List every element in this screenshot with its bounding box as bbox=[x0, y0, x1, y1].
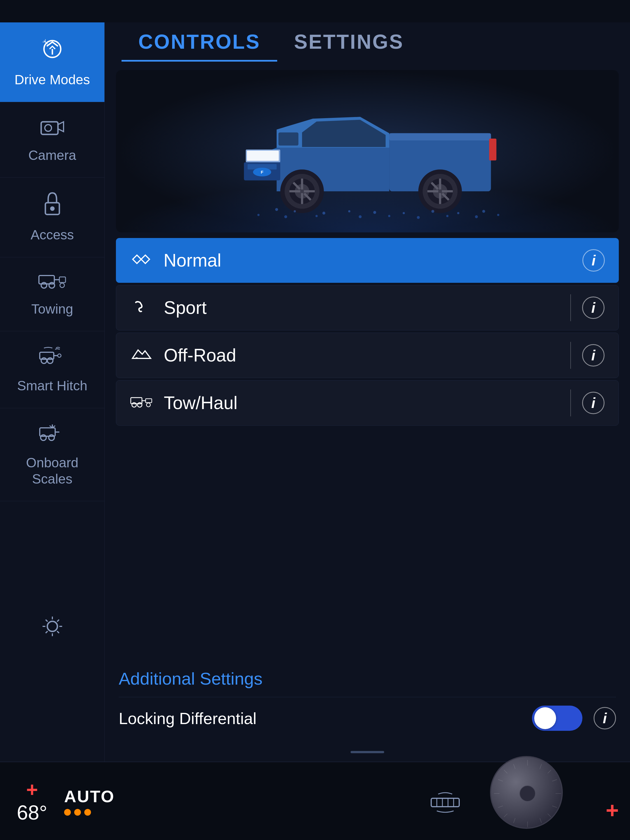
svg-point-9 bbox=[50, 206, 55, 211]
vent-icon[interactable] bbox=[428, 788, 462, 818]
mode-offroad[interactable]: Off-Road i bbox=[116, 333, 619, 378]
svg-line-100 bbox=[540, 818, 542, 823]
svg-point-71 bbox=[431, 210, 434, 213]
right-temp-plus[interactable]: + bbox=[606, 797, 619, 823]
locking-differential-label: Locking Differential bbox=[119, 709, 532, 728]
locking-differential-toggle[interactable] bbox=[532, 706, 583, 731]
svg-line-93 bbox=[504, 770, 507, 774]
svg-point-26 bbox=[47, 621, 57, 632]
sport-mode-label: Sport bbox=[164, 297, 582, 318]
onboard-scales-icon bbox=[38, 422, 66, 449]
svg-point-74 bbox=[257, 214, 260, 216]
fan-dot-2 bbox=[74, 809, 81, 816]
sidebar-item-onboard-scales[interactable]: OnboardScales bbox=[0, 408, 104, 501]
drive-modes-label: Drive Modes bbox=[14, 72, 90, 88]
fan-dot-3 bbox=[84, 809, 91, 816]
normal-mode-icon bbox=[130, 251, 152, 270]
offroad-mode-info-btn[interactable]: i bbox=[582, 344, 605, 366]
tabs-bar: CONTROLS SETTINGS bbox=[105, 22, 630, 62]
svg-marker-6 bbox=[58, 122, 63, 132]
svg-rect-44 bbox=[489, 139, 496, 160]
brightness-icon bbox=[41, 615, 63, 642]
svg-line-96 bbox=[504, 814, 507, 817]
svg-point-84 bbox=[132, 403, 136, 407]
sidebar-item-smart-hitch[interactable]: Smart Hitch bbox=[0, 331, 104, 408]
access-label: Access bbox=[30, 227, 74, 243]
svg-point-81 bbox=[475, 215, 478, 218]
sport-separator bbox=[570, 294, 571, 321]
tab-settings[interactable]: SETTINGS bbox=[277, 22, 420, 62]
towing-icon bbox=[38, 271, 66, 295]
svg-point-77 bbox=[359, 215, 362, 218]
tow-haul-mode-info-btn[interactable]: i bbox=[582, 392, 605, 414]
top-bar bbox=[0, 0, 630, 22]
svg-point-82 bbox=[497, 214, 499, 216]
control-knob[interactable] bbox=[490, 756, 574, 834]
normal-mode-info-btn[interactable]: i bbox=[583, 249, 605, 272]
sport-mode-info-btn[interactable]: i bbox=[582, 297, 605, 319]
temp-plus-icon[interactable]: + bbox=[26, 778, 38, 801]
towing-label: Towing bbox=[32, 301, 73, 317]
tow-haul-mode-label: Tow/Haul bbox=[164, 393, 582, 413]
svg-point-78 bbox=[388, 215, 390, 217]
svg-line-102 bbox=[552, 780, 557, 781]
svg-line-103 bbox=[540, 764, 542, 769]
svg-text:F: F bbox=[261, 169, 264, 174]
mode-sport[interactable]: Sport i bbox=[116, 285, 619, 330]
svg-point-68 bbox=[348, 210, 350, 212]
normal-mode-label: Normal bbox=[164, 250, 583, 271]
svg-line-101 bbox=[498, 806, 503, 807]
svg-line-98 bbox=[552, 806, 557, 807]
fan-dot-1 bbox=[64, 809, 71, 816]
mode-tow-haul[interactable]: Tow/Haul i bbox=[116, 380, 619, 426]
content-area: CONTROLS SETTINGS bbox=[105, 22, 630, 762]
sidebar-item-towing[interactable]: Towing bbox=[0, 257, 104, 332]
bottom-bar: + 68° AUTO bbox=[0, 762, 630, 840]
sidebar-item-camera[interactable]: Camera bbox=[0, 102, 104, 178]
sidebar-item-brightness[interactable] bbox=[0, 501, 104, 762]
svg-line-32 bbox=[57, 631, 59, 633]
tab-controls[interactable]: CONTROLS bbox=[122, 22, 277, 62]
svg-rect-41 bbox=[247, 150, 279, 160]
camera-icon bbox=[40, 116, 65, 142]
svg-point-85 bbox=[137, 403, 142, 407]
sport-mode-icon bbox=[130, 298, 153, 317]
svg-point-20 bbox=[58, 354, 61, 357]
svg-point-7 bbox=[45, 125, 52, 131]
additional-settings-title: Additional Settings bbox=[119, 669, 616, 688]
offroad-mode-icon bbox=[130, 346, 153, 365]
temp-value: 68° bbox=[17, 801, 47, 824]
mode-normal[interactable]: Normal i bbox=[116, 238, 619, 283]
svg-point-66 bbox=[294, 210, 296, 212]
tow-haul-mode-icon bbox=[130, 393, 153, 413]
locking-differential-info-btn[interactable]: i bbox=[594, 707, 616, 729]
svg-line-104 bbox=[513, 818, 515, 823]
offroad-separator bbox=[570, 342, 571, 369]
scroll-indicator bbox=[351, 751, 384, 753]
fan-dots bbox=[64, 809, 115, 816]
svg-point-72 bbox=[457, 212, 459, 214]
modes-list: Normal i Sport i bbox=[105, 238, 630, 657]
svg-point-73 bbox=[482, 210, 485, 213]
svg-rect-14 bbox=[59, 277, 66, 283]
svg-line-33 bbox=[57, 620, 59, 622]
fan-label: AUTO bbox=[64, 787, 115, 806]
svg-point-65 bbox=[275, 208, 278, 210]
svg-line-99 bbox=[513, 764, 515, 769]
knob-dial[interactable] bbox=[490, 756, 563, 829]
toggle-knob bbox=[534, 707, 556, 729]
svg-line-97 bbox=[498, 780, 503, 781]
onboard-scales-label: OnboardScales bbox=[26, 455, 78, 487]
svg-line-31 bbox=[46, 620, 47, 622]
svg-point-75 bbox=[284, 215, 287, 218]
temperature-control[interactable]: + 68° bbox=[17, 778, 47, 824]
fan-control[interactable]: AUTO bbox=[64, 787, 115, 816]
svg-point-105 bbox=[519, 786, 535, 801]
svg-point-69 bbox=[373, 211, 376, 214]
toggle-track bbox=[532, 706, 583, 731]
svg-rect-106 bbox=[431, 798, 459, 807]
svg-point-88 bbox=[147, 403, 150, 407]
sidebar-item-access[interactable]: Access bbox=[0, 177, 104, 257]
svg-line-34 bbox=[46, 631, 47, 633]
sidebar-item-drive-modes[interactable]: Drive Modes bbox=[0, 22, 104, 102]
